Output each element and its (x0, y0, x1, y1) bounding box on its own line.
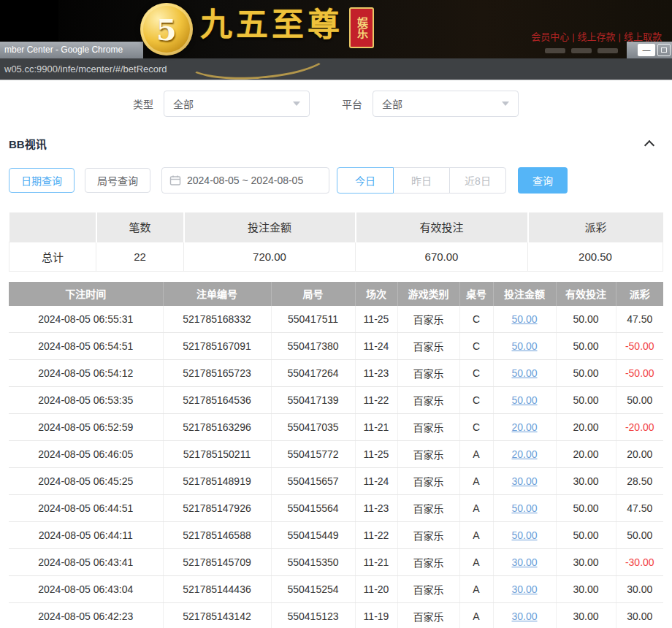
cell-valid-bet: 30.00 (556, 468, 616, 495)
cell-table-no: A (459, 468, 493, 495)
table-row: 2024-08-05 06:52:59521785163296550417035… (9, 414, 663, 441)
date-shortcut-group: 今日 昨日 近8日 (337, 167, 506, 194)
address-bar[interactable]: w05.cc:9900/infe/mcenter/#/betRecord (0, 58, 672, 80)
site-logo: 5 九五至尊 娱乐 (140, 3, 374, 55)
cell-session: 11-22 (355, 387, 397, 414)
last8days-button[interactable]: 近8日 (449, 167, 506, 194)
date-query-button[interactable]: 日期查询 (9, 168, 75, 193)
cell-table-no: C (459, 360, 493, 387)
platform-filter-label: 平台 (342, 96, 362, 111)
table-row: 2024-08-05 06:46:05521785150211550415772… (9, 441, 663, 468)
cell-game-type: 百家乐 (397, 603, 459, 628)
cell-valid-bet: 50.00 (556, 495, 616, 522)
cell-bet-id: 521785148919 (163, 468, 271, 495)
col-header-bet-amount: 投注金额 (493, 282, 556, 306)
cell-bet-amount[interactable]: 30.00 (493, 603, 556, 628)
cell-table-no: C (459, 414, 493, 441)
cell-bet-amount[interactable]: 30.00 (493, 576, 556, 603)
type-select[interactable]: 全部 (164, 91, 310, 117)
date-range-input[interactable]: 2024-08-05 ~ 2024-08-05 (161, 167, 329, 194)
top-link-1[interactable]: 线上存款 (578, 31, 616, 42)
cell-bet-id: 521785145709 (163, 549, 271, 576)
header-zone: 会员中心|线上存款|线上取款 5 九五至尊 娱乐 mber Center - G… (0, 0, 672, 80)
cell-table-no: A (459, 549, 493, 576)
cell-bet-amount[interactable]: 20.00 (493, 414, 556, 441)
cell-game-type: 百家乐 (397, 414, 459, 441)
type-select-value: 全部 (173, 96, 194, 111)
cell-round-no: 550415449 (271, 522, 355, 549)
cell-round-no: 550417139 (271, 387, 355, 414)
page-content: 类型 全部 平台 全部 BB视讯 日期查询 局号查询 2024-08-05 ~ … (0, 80, 672, 628)
cell-bet-id: 521785147926 (163, 495, 271, 522)
cell-table-no: A (459, 576, 493, 603)
cell-bet-time: 2024-08-05 06:43:04 (9, 576, 163, 603)
col-header-table-no: 桌号 (459, 282, 493, 306)
table-row: 2024-08-05 06:44:51521785147926550415564… (9, 495, 663, 522)
cell-game-type: 百家乐 (397, 522, 459, 549)
cell-valid-bet: 50.00 (556, 522, 616, 549)
col-header-bet-id: 注单编号 (163, 282, 271, 306)
chevron-down-icon (502, 102, 509, 110)
cell-payout: 50.00 (616, 522, 663, 549)
cell-payout: 20.00 (616, 441, 663, 468)
cell-round-no: 550417511 (271, 306, 355, 333)
cell-bet-amount[interactable]: 50.00 (493, 522, 556, 549)
cell-bet-id: 521785163296 (163, 414, 271, 441)
table-row: 2024-08-05 06:54:51521785167091550417380… (9, 333, 663, 360)
search-button[interactable]: 查询 (518, 167, 568, 194)
cell-payout: 47.50 (616, 306, 663, 333)
obscured-account-text (545, 48, 618, 53)
cell-bet-amount[interactable]: 50.00 (493, 306, 556, 333)
cell-session: 11-19 (355, 603, 397, 628)
cell-bet-time: 2024-08-05 06:44:11 (9, 522, 163, 549)
summary-table: 笔数投注金额有效投注派彩 总计22720.00670.00200.50 (9, 212, 663, 272)
cell-game-type: 百家乐 (397, 306, 459, 333)
yesterday-button[interactable]: 昨日 (393, 167, 450, 194)
summary-body-row: 总计22720.00670.00200.50 (9, 242, 663, 271)
logo-badge: 娱乐 (349, 7, 374, 48)
bet-table-body: 2024-08-05 06:55:31521785168332550417511… (9, 306, 663, 628)
cell-payout: -30.00 (616, 549, 663, 576)
url-text: w05.cc:9900/infe/mcenter/#/betRecord (4, 64, 167, 74)
cell-bet-amount[interactable]: 50.00 (493, 360, 556, 387)
gold-coin-icon: 5 (140, 3, 193, 55)
minimize-button[interactable]: — (638, 44, 655, 56)
summary-value-cell: 670.00 (356, 242, 528, 271)
bet-table: 下注时间注单编号局号场次游戏类别桌号投注金额有效投注派彩 2024-08-05 … (9, 282, 663, 628)
cell-game-type: 百家乐 (397, 387, 459, 414)
cell-table-no: C (459, 387, 493, 414)
cell-bet-amount[interactable]: 50.00 (493, 387, 556, 414)
cell-round-no: 550415564 (271, 495, 355, 522)
logo-text: 九五至尊 (200, 9, 343, 41)
type-filter-label: 类型 (133, 96, 153, 111)
cell-game-type: 百家乐 (397, 549, 459, 576)
date-range-value: 2024-08-05 ~ 2024-08-05 (187, 175, 303, 186)
cell-bet-amount[interactable]: 50.00 (493, 333, 556, 360)
collapse-chevron-up-icon[interactable] (644, 139, 654, 150)
cell-bet-amount[interactable]: 30.00 (493, 468, 556, 495)
cell-bet-amount[interactable]: 30.00 (493, 549, 556, 576)
cell-valid-bet: 30.00 (556, 603, 616, 628)
round-query-button[interactable]: 局号查询 (85, 168, 150, 193)
cell-bet-id: 521785165723 (163, 360, 271, 387)
cell-bet-amount[interactable]: 20.00 (493, 441, 556, 468)
cell-valid-bet: 30.00 (556, 576, 616, 603)
cell-round-no: 550415350 (271, 549, 355, 576)
table-row: 2024-08-05 06:45:25521785148919550415657… (9, 468, 663, 495)
top-link-2[interactable]: 线上取款 (624, 31, 662, 42)
today-button[interactable]: 今日 (337, 167, 394, 194)
table-row: 2024-08-05 06:55:31521785168332550417511… (9, 306, 663, 333)
cell-bet-time: 2024-08-05 06:45:25 (9, 468, 163, 495)
maximize-button[interactable] (657, 44, 671, 56)
summary-value-cell: 200.50 (528, 242, 663, 271)
cell-bet-amount[interactable]: 50.00 (493, 495, 556, 522)
maximize-icon (661, 47, 667, 53)
cell-valid-bet: 30.00 (556, 549, 616, 576)
top-link-separator: | (619, 31, 621, 42)
cell-bet-id: 521785144436 (163, 576, 271, 603)
top-link-0[interactable]: 会员中心 (531, 31, 569, 42)
cell-session: 11-22 (355, 522, 397, 549)
platform-select[interactable]: 全部 (373, 91, 519, 117)
cell-bet-id: 521785168332 (163, 306, 271, 333)
cell-payout: 47.50 (616, 495, 663, 522)
